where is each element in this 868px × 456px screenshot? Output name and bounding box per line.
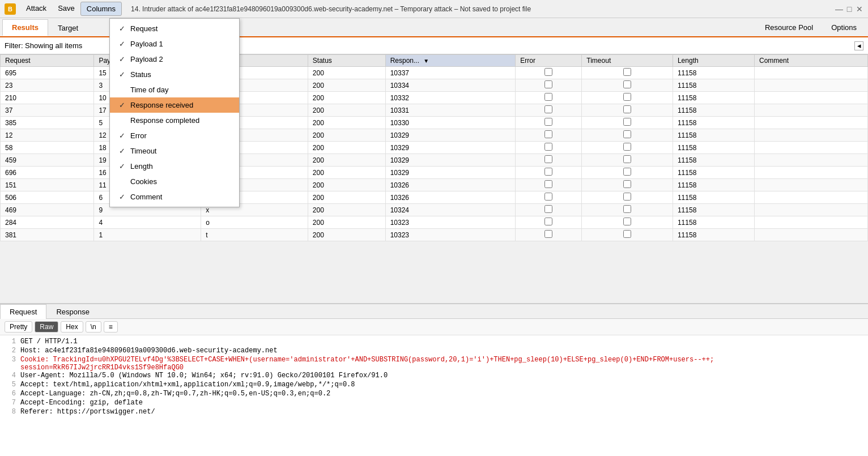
format-newline[interactable]: \n bbox=[86, 321, 101, 333]
columns-menu-item-payload-1[interactable]: ✓ Payload 1 bbox=[110, 36, 239, 52]
cell-comment bbox=[755, 79, 868, 92]
cell-status: 200 bbox=[308, 79, 385, 92]
columns-menu-item-status[interactable]: ✓ Status bbox=[110, 67, 239, 82]
col-header-request[interactable]: Request bbox=[1, 55, 94, 67]
cell-response: 10329 bbox=[385, 154, 516, 167]
cell-comment bbox=[755, 129, 868, 142]
menu-checkmark: ✓ bbox=[119, 147, 130, 155]
cell-length: 11158 bbox=[673, 104, 754, 117]
menu-columns[interactable]: Columns bbox=[80, 2, 122, 16]
cell-length: 11158 bbox=[673, 191, 754, 204]
tab-results[interactable]: Results bbox=[2, 19, 48, 36]
cell-request: 459 bbox=[1, 154, 94, 167]
cell-length: 11158 bbox=[673, 179, 754, 191]
col-header-error[interactable]: Error bbox=[516, 55, 582, 67]
cell-payload2: t bbox=[201, 229, 308, 241]
menu-attack[interactable]: Attack bbox=[20, 2, 52, 16]
format-pretty[interactable]: Pretty bbox=[5, 321, 32, 333]
close-button[interactable]: ✕ bbox=[856, 5, 863, 13]
cell-timeout bbox=[582, 191, 673, 204]
code-line: 5 Accept: text/html,application/xhtml+xm… bbox=[5, 381, 863, 390]
code-line: 8 Referer: https://portswigger.net/ bbox=[5, 408, 863, 417]
window-title: 14. Intruder attack of ac4e1f231fa81e948… bbox=[126, 5, 831, 13]
columns-menu-item-response-completed[interactable]: Response completed bbox=[110, 113, 239, 128]
cell-status: 200 bbox=[308, 92, 385, 104]
cell-length: 11158 bbox=[673, 129, 754, 142]
code-line: 3 Cookie: TrackingId=u0hXPGU2TELvf4Dg'%3… bbox=[5, 356, 863, 372]
cell-error bbox=[516, 117, 582, 129]
sort-arrow: ▼ bbox=[423, 58, 429, 64]
cell-response: 10332 bbox=[385, 92, 516, 104]
filter-toggle[interactable]: ◂ bbox=[854, 41, 863, 50]
menu-item-label: Request bbox=[130, 24, 230, 33]
bottom-tab-request[interactable]: Request bbox=[0, 304, 46, 319]
title-bar: B Attack Save Columns 14. Intruder attac… bbox=[0, 0, 868, 18]
col-header-status[interactable]: Status bbox=[308, 55, 385, 67]
columns-menu-item-cookies[interactable]: Cookies bbox=[110, 174, 239, 189]
cell-error bbox=[516, 92, 582, 104]
window-controls: — □ ✕ bbox=[835, 5, 863, 13]
menu-checkmark: ✓ bbox=[119, 40, 130, 48]
menu-item-label: Timeout bbox=[130, 147, 230, 155]
menu-save[interactable]: Save bbox=[52, 2, 80, 16]
columns-menu-item-timeout[interactable]: ✓ Timeout bbox=[110, 143, 239, 159]
table-row[interactable]: 284 4 o 200 10323 11158 bbox=[1, 216, 868, 229]
format-menu[interactable]: ≡ bbox=[104, 321, 118, 333]
cell-timeout bbox=[582, 179, 673, 191]
code-area: 1 GET / HTTP/1.1 2 Host: ac4e1f231fa81e9… bbox=[0, 335, 868, 456]
cell-length: 11158 bbox=[673, 167, 754, 179]
bottom-tab-bar: Request Response bbox=[0, 304, 868, 319]
cell-request: 385 bbox=[1, 117, 94, 129]
cell-timeout bbox=[582, 79, 673, 92]
columns-menu-item-length[interactable]: ✓ Length bbox=[110, 159, 239, 174]
col-header-length[interactable]: Length bbox=[673, 55, 754, 67]
cell-payload1: 4 bbox=[94, 216, 201, 229]
cell-response: 10331 bbox=[385, 104, 516, 117]
app-logo: B bbox=[5, 3, 16, 15]
code-line: 1 GET / HTTP/1.1 bbox=[5, 338, 863, 347]
cell-status: 200 bbox=[308, 179, 385, 191]
columns-dropdown-menu: ✓ Request ✓ Payload 1 ✓ Payload 2 ✓ Stat… bbox=[109, 18, 240, 207]
tab-target[interactable]: Target bbox=[48, 20, 88, 36]
cell-length: 11158 bbox=[673, 117, 754, 129]
cell-status: 200 bbox=[308, 117, 385, 129]
bottom-tab-response[interactable]: Response bbox=[46, 304, 99, 319]
menu-item-label: Status bbox=[130, 70, 230, 79]
menu-item-label: Response completed bbox=[130, 116, 230, 125]
cell-payload1: 1 bbox=[94, 229, 201, 241]
columns-menu-item-request[interactable]: ✓ Request bbox=[110, 21, 239, 36]
code-line: 6 Accept-Language: zh-CN,zh;q=0.8,zh-TW;… bbox=[5, 390, 863, 399]
cell-timeout bbox=[582, 216, 673, 229]
col-header-timeout[interactable]: Timeout bbox=[582, 55, 673, 67]
columns-menu-item-payload-2[interactable]: ✓ Payload 2 bbox=[110, 52, 239, 67]
columns-menu-item-response-received[interactable]: ✓ Response received bbox=[110, 97, 239, 113]
cell-error bbox=[516, 129, 582, 142]
cell-request: 210 bbox=[1, 92, 94, 104]
format-hex[interactable]: Hex bbox=[61, 321, 83, 333]
cell-timeout bbox=[582, 229, 673, 241]
col-header-response[interactable]: Respon... ▼ bbox=[385, 55, 516, 67]
line-text: Referer: https://portswigger.net/ bbox=[20, 408, 863, 417]
columns-menu-item-comment[interactable]: ✓ Comment bbox=[110, 189, 239, 204]
table-row[interactable]: 381 1 t 200 10323 11158 bbox=[1, 229, 868, 241]
col-header-comment[interactable]: Comment bbox=[755, 55, 868, 67]
cell-status: 200 bbox=[308, 204, 385, 216]
cell-timeout bbox=[582, 167, 673, 179]
columns-menu-item-time-of-day[interactable]: Time of day bbox=[110, 82, 239, 97]
tab-resource-pool[interactable]: Resource Pool bbox=[756, 20, 822, 35]
line-number: 8 bbox=[5, 408, 16, 417]
minimize-button[interactable]: — bbox=[835, 5, 843, 13]
format-raw[interactable]: Raw bbox=[35, 321, 58, 333]
columns-menu-item-error[interactable]: ✓ Error bbox=[110, 128, 239, 143]
tab-options[interactable]: Options bbox=[822, 20, 866, 35]
cell-response: 10330 bbox=[385, 117, 516, 129]
menu-item-label: Payload 2 bbox=[130, 55, 230, 63]
cell-status: 200 bbox=[308, 216, 385, 229]
maximize-button[interactable]: □ bbox=[845, 5, 853, 13]
cell-request: 695 bbox=[1, 67, 94, 79]
cell-request: 381 bbox=[1, 229, 94, 241]
cell-comment bbox=[755, 167, 868, 179]
cell-request: 469 bbox=[1, 204, 94, 216]
cell-status: 200 bbox=[308, 229, 385, 241]
line-number: 4 bbox=[5, 372, 16, 381]
